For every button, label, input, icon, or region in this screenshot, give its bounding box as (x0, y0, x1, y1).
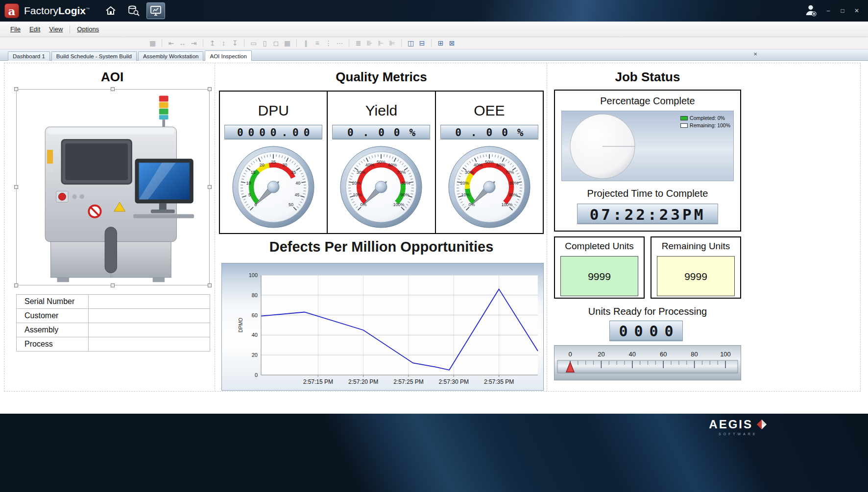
selection-handle[interactable] (208, 283, 212, 287)
size-to-grid-icon[interactable]: ▦ (282, 38, 293, 48)
remaining-units-widget[interactable]: Remaining Units 9999 (651, 236, 741, 299)
align-middle-icon[interactable]: ↕ (218, 38, 229, 48)
dpu-gauge: 05101520253035404550 (232, 145, 315, 231)
dpmo-chart-title: Defects Per Million Opportunities (216, 239, 547, 255)
h-spacing-decrease-icon[interactable]: ⋮ (323, 38, 334, 48)
database-search-icon[interactable] (124, 2, 143, 19)
quality-gauges-panel: DPU 0000.00 05101520253035404550 Yield 0… (219, 91, 544, 234)
v-spacing-increase-icon[interactable]: ⊪ (364, 38, 375, 48)
brand-trademark: ™ (86, 7, 90, 11)
home-icon[interactable] (101, 2, 120, 19)
tab-assembly-workstation[interactable]: Assembly Workstation (138, 51, 204, 61)
row-label: Process (17, 337, 89, 351)
svg-text:100: 100 (249, 272, 258, 278)
table-row: Process (17, 337, 210, 351)
svg-text:60%: 60% (496, 163, 505, 167)
footer-bar: AEGIS SOFTWARE (0, 414, 868, 492)
table-row: Serial Number (17, 295, 210, 309)
svg-text:90%: 90% (401, 192, 410, 197)
align-right-icon[interactable]: ⇥ (188, 38, 199, 48)
maximize-button[interactable]: □ (839, 7, 846, 14)
menu-view[interactable]: View (45, 23, 67, 35)
svg-text:45: 45 (295, 192, 300, 197)
same-width-icon[interactable]: ▭ (248, 38, 259, 48)
units-linear-gauge: 020406080100 (555, 346, 741, 382)
units-linear-gauge-widget[interactable]: 020406080100 (554, 345, 741, 380)
row-label: Serial Number (17, 295, 89, 309)
designer-toolbar: ▦⇤↔⇥↥↕↧▭▯◻▦∥≡⋮⋯≣⊪⊩⊫◫⊟⊞⊠ (0, 37, 868, 49)
menu-file[interactable]: File (6, 23, 25, 35)
user-account-icon[interactable] (804, 3, 818, 19)
svg-text:30%: 30% (465, 170, 474, 175)
tab-strip: Dashboard 1Build Schedule - System Build… (0, 49, 868, 61)
aegis-logo-text: AEGIS (709, 418, 753, 431)
selection-handle[interactable] (14, 283, 18, 287)
minimize-button[interactable]: – (825, 7, 832, 14)
align-left-icon[interactable]: ⇤ (166, 38, 177, 48)
center-vertical-icon[interactable]: ⊟ (416, 38, 428, 48)
svg-text:2:57:20 PM: 2:57:20 PM (348, 378, 378, 385)
svg-text:10: 10 (246, 181, 251, 186)
toolbar-separator (401, 39, 402, 47)
title-bar: a FactoryLogix™ – □ ✕ (0, 0, 868, 22)
menu-options[interactable]: Options (72, 23, 103, 35)
completed-units-title: Completed Units (555, 241, 644, 252)
selection-handle[interactable] (14, 185, 18, 189)
selection-handle[interactable] (208, 87, 212, 91)
tab-build-schedule-system-build[interactable]: Build Schedule - System Build (51, 51, 137, 61)
svg-text:20: 20 (252, 352, 258, 358)
h-spacing-equal-icon[interactable]: ∥ (300, 38, 312, 48)
svg-text:80%: 80% (402, 181, 410, 186)
dashboard-designer-icon[interactable] (146, 2, 165, 19)
tab-aoi-inspection[interactable]: AOI Inspection (205, 50, 251, 61)
aoi-machine-image (21, 91, 205, 284)
designer-guide-v1 (215, 63, 215, 392)
brand-regular: Factory (24, 5, 58, 16)
v-spacing-remove-icon[interactable]: ⊫ (386, 38, 398, 48)
percentage-complete-widget[interactable]: Percentage Complete Completed: 0% Remain… (554, 90, 741, 232)
aoi-info-table[interactable]: Serial NumberCustomerAssemblyProcess (16, 294, 210, 351)
selection-handle[interactable] (111, 87, 115, 91)
yield-gauge: 0%10%20%30%40%50%60%70%80%90%100% (339, 145, 423, 231)
svg-text:2:57:25 PM: 2:57:25 PM (393, 378, 423, 385)
same-size-icon[interactable]: ◻ (270, 38, 282, 48)
center-horizontal-icon[interactable]: ◫ (405, 38, 416, 48)
completed-legend-label: Completed: 0% (690, 115, 725, 121)
menu-edit[interactable]: Edit (25, 23, 45, 35)
dashboard-canvas[interactable]: AOI (0, 61, 868, 414)
h-spacing-remove-icon[interactable]: ⋯ (334, 38, 345, 48)
selection-handle[interactable] (208, 185, 212, 189)
svg-text:70%: 70% (397, 170, 406, 175)
v-spacing-decrease-icon[interactable]: ⊩ (375, 38, 386, 48)
dpu-panel[interactable]: DPU 0000.00 05101520253035404550 (220, 92, 327, 233)
send-to-back-icon[interactable]: ⊠ (446, 38, 458, 48)
h-spacing-increase-icon[interactable]: ≡ (312, 38, 323, 48)
svg-text:70%: 70% (505, 170, 514, 175)
aegis-logo-subtext: SOFTWARE (709, 432, 767, 436)
brand-bold: Logix (58, 5, 86, 16)
snap-to-grid-icon[interactable]: ▦ (147, 38, 158, 48)
same-height-icon[interactable]: ▯ (259, 38, 270, 48)
aoi-machine-widget[interactable] (16, 89, 210, 285)
tab-close-icon[interactable]: ✕ (753, 51, 757, 57)
align-center-icon[interactable]: ↔ (177, 38, 188, 48)
selection-handle[interactable] (111, 283, 115, 287)
quick-launch-icons (101, 2, 165, 19)
completed-swatch (680, 116, 688, 120)
bring-to-front-icon[interactable]: ⊞ (435, 38, 446, 48)
yield-panel[interactable]: Yield 0.00% 0%10%20%30%40%50%60%70%80%90… (327, 92, 434, 233)
align-top-icon[interactable]: ↥ (207, 38, 218, 48)
close-button[interactable]: ✕ (853, 7, 860, 14)
table-row: Customer (17, 309, 210, 323)
remaining-legend-label: Remaining: 100% (690, 122, 730, 128)
units-ready-display[interactable]: 0000 (609, 321, 683, 341)
completed-units-widget[interactable]: Completed Units 9999 (554, 236, 645, 299)
align-bottom-icon[interactable]: ↧ (229, 38, 241, 48)
v-spacing-equal-icon[interactable]: ≣ (353, 38, 364, 48)
svg-text:0: 0 (255, 372, 258, 378)
table-row: Assembly (17, 323, 210, 337)
dpmo-chart-widget[interactable]: 2:57:15 PM2:57:20 PM2:57:25 PM2:57:30 PM… (221, 263, 544, 391)
oee-panel[interactable]: OEE 0.00% 0%10%20%30%40%50%60%70%80%90%1… (435, 92, 543, 233)
selection-handle[interactable] (14, 87, 18, 91)
tab-dashboard-1[interactable]: Dashboard 1 (8, 51, 50, 61)
